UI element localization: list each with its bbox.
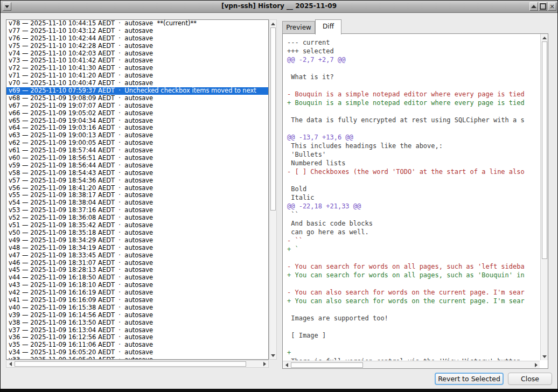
diff-line: - [ ] Checkboxes (the word 'TODO' at the… [287, 167, 540, 176]
version-list-item[interactable]: v73 — 2025-11-10 10:41:42 AEDT · autosav… [6, 57, 268, 65]
version-list-item[interactable]: v48 — 2025-11-09 18:34:19 AEDT · autosav… [6, 244, 268, 252]
diff-line: + ` [287, 245, 540, 254]
diff-line [287, 124, 540, 133]
scroll-right-arrow[interactable] [261, 361, 268, 367]
version-list-item[interactable]: v53 — 2025-11-09 18:37:16 AEDT · autosav… [6, 207, 268, 214]
version-list-item[interactable]: v76 — 2025-11-10 10:42:44 AEDT · autosav… [6, 35, 268, 43]
version-list[interactable]: v78 — 2025-11-10 10:44:15 AEDT · autosav… [6, 19, 269, 360]
version-list-item[interactable]: v36 — 2025-11-09 16:12:56 AEDT · autosav… [6, 334, 268, 341]
version-list-item[interactable]: v40 — 2025-11-09 16:15:38 AEDT · autosav… [6, 304, 268, 312]
version-list-item[interactable]: v43 — 2025-11-09 16:18:10 AEDT · autosav… [6, 282, 268, 289]
diff-line: This includes headings like the above,: [287, 142, 540, 150]
maximize-button[interactable] [539, 2, 547, 11]
scroll-thumb[interactable] [270, 27, 276, 211]
diff-line: [ Image ] [287, 331, 540, 340]
version-list-item[interactable]: v74 — 2025-11-10 10:42:03 AEDT · autosav… [6, 50, 268, 58]
shade-icon [531, 5, 536, 8]
version-list-item[interactable]: v33 — 2025-11-09 16:05:01 AEDT · autosav… [6, 356, 268, 360]
diff-line: + You can search for words on all pages,… [287, 271, 540, 279]
version-list-item[interactable]: v72 — 2025-11-10 10:41:30 AEDT · autosav… [6, 65, 268, 72]
scroll-thumb[interactable] [15, 361, 246, 367]
diff-line: Numbered lists [287, 159, 540, 167]
version-list-item[interactable]: v62 — 2025-11-09 19:00:05 AEDT · autosav… [6, 139, 268, 147]
version-list-item[interactable]: v58 — 2025-11-09 18:54:43 AEDT · autosav… [6, 170, 268, 177]
version-list-item[interactable]: v38 — 2025-11-09 16:13:50 AEDT · autosav… [6, 319, 268, 327]
version-list-hscrollbar[interactable] [6, 360, 269, 368]
version-list-item[interactable]: v54 — 2025-11-09 18:38:04 AEDT · autosav… [6, 199, 268, 207]
diff-line: Bold [287, 185, 540, 193]
diff-line: What is it? [287, 73, 540, 81]
version-list-item[interactable]: v77 — 2025-11-10 10:43:12 AEDT · autosav… [6, 27, 268, 35]
diff-line: + [287, 348, 540, 357]
revert-to-selected-button[interactable]: Revert to Selected [435, 373, 504, 385]
scroll-up-arrow[interactable] [270, 20, 276, 27]
version-list-item[interactable]: v46 — 2025-11-09 18:31:07 AEDT · autosav… [6, 260, 268, 267]
diff-line: - You can search for words on all pages,… [287, 262, 540, 271]
version-list-item[interactable]: v64 — 2025-11-09 19:03:16 AEDT · autosav… [6, 124, 268, 132]
close-window-button[interactable]: ✕ [548, 2, 556, 11]
diff-line [287, 81, 540, 90]
diff-vscrollbar[interactable] [540, 34, 548, 360]
version-list-item[interactable]: v39 — 2025-11-09 16:14:56 AEDT · autosav… [6, 312, 268, 319]
version-list-item[interactable]: v57 — 2025-11-09 18:54:36 AEDT · autosav… [6, 177, 268, 185]
shade-button[interactable] [529, 2, 538, 11]
version-list-item[interactable]: v42 — 2025-11-09 16:16:19 AEDT · autosav… [6, 289, 268, 297]
scroll-thumb[interactable] [542, 41, 547, 259]
maximize-icon [540, 3, 546, 10]
titlebar[interactable]: [vpn-ssh] History __ 2025-11-09 ✕ [1, 1, 557, 13]
scroll-up-arrow[interactable] [541, 34, 548, 41]
diff-text[interactable]: --- current+++ selected@@ -2,7 +2,7 @@ W… [283, 34, 540, 360]
version-list-item[interactable]: v52 — 2025-11-09 18:36:08 AEDT · autosav… [6, 214, 268, 222]
version-list-item[interactable]: v60 — 2025-11-09 18:56:51 AEDT · autosav… [6, 155, 268, 162]
scroll-left-arrow[interactable] [7, 361, 13, 367]
version-list-item[interactable]: v65 — 2025-11-09 19:04:34 AEDT · autosav… [6, 117, 268, 125]
version-list-item[interactable]: v66 — 2025-11-09 19:05:02 AEDT · autosav… [6, 110, 268, 117]
diff-panel: --- current+++ selected@@ -2,7 +2,7 @@ W… [282, 33, 548, 369]
version-list-item[interactable]: v45 — 2025-11-09 18:28:13 AEDT · autosav… [6, 267, 268, 274]
tab-preview[interactable]: Preview [282, 21, 315, 34]
diff-line: --- current [287, 38, 540, 47]
version-list-item[interactable]: v49 — 2025-11-09 18:34:29 AEDT · autosav… [6, 237, 268, 244]
version-list-item[interactable]: v47 — 2025-11-09 18:33:45 AEDT · autosav… [6, 252, 268, 260]
tab-diff[interactable]: Diff [315, 19, 341, 34]
version-list-item[interactable]: v55 — 2025-11-09 18:38:17 AEDT · autosav… [6, 192, 268, 199]
diff-hscrollbar[interactable] [283, 361, 540, 368]
diff-line: The data is fully encrypted at rest usin… [287, 116, 540, 124]
version-list-item[interactable]: v67 — 2025-11-09 19:07:07 AEDT · autosav… [6, 102, 268, 110]
version-list-item[interactable]: v37 — 2025-11-09 16:13:04 AEDT · autosav… [6, 327, 268, 334]
version-list-item[interactable]: v78 — 2025-11-10 10:44:15 AEDT · autosav… [6, 20, 268, 27]
diff-line: - Bouquin is a simple notepad editor whe… [287, 90, 540, 99]
version-list-item[interactable]: v56 — 2025-11-09 18:41:20 AEDT · autosav… [6, 185, 268, 192]
diff-line: @@ -22,18 +21,33 @@ [287, 202, 540, 211]
version-list-item[interactable]: v51 — 2025-11-09 18:35:42 AEDT · autosav… [6, 222, 268, 229]
scroll-right-arrow[interactable] [533, 362, 539, 368]
version-list-item[interactable]: v34 — 2025-11-09 16:05:20 AEDT · autosav… [6, 349, 268, 356]
version-list-item[interactable]: v35 — 2025-11-09 16:11:06 AEDT · autosav… [6, 341, 268, 349]
version-list-item[interactable]: v63 — 2025-11-09 19:00:13 AEDT · autosav… [6, 132, 268, 139]
diff-line: Italic [287, 193, 540, 202]
scroll-down-arrow[interactable] [541, 353, 548, 360]
diff-line [287, 176, 540, 185]
close-button[interactable]: Close [508, 373, 552, 385]
version-list-item[interactable]: v70 — 2025-11-10 10:40:47 AEDT · autosav… [6, 80, 268, 87]
version-list-item[interactable]: v68 — 2025-11-09 19:08:09 AEDT · autosav… [6, 95, 268, 102]
diff-line: And basic code blocks [287, 219, 540, 228]
close-icon: ✕ [549, 4, 554, 10]
scroll-thumb[interactable] [291, 362, 363, 368]
version-list-item[interactable]: v41 — 2025-11-09 16:16:09 AEDT · autosav… [6, 297, 268, 304]
diff-line [287, 254, 540, 262]
diff-line: + Bouquin is a simple notepad editor whe… [287, 99, 540, 107]
version-list-vscrollbar[interactable] [269, 19, 277, 360]
version-list-item[interactable]: v71 — 2025-11-10 10:41:20 AEDT · autosav… [6, 72, 268, 80]
version-list-item[interactable]: v75 — 2025-11-10 10:42:28 AEDT · autosav… [6, 43, 268, 50]
diff-line [287, 323, 540, 331]
version-list-item[interactable]: v69 — 2025-11-10 07:59:37 AEDT · Uncheck… [6, 87, 268, 95]
diff-line [287, 64, 540, 73]
version-list-item[interactable]: v61 — 2025-11-09 18:57:44 AEDT · autosav… [6, 147, 268, 155]
scroll-down-arrow[interactable] [270, 352, 276, 359]
version-list-item[interactable]: v59 — 2025-11-09 18:56:44 AEDT · autosav… [6, 162, 268, 170]
scroll-left-arrow[interactable] [283, 362, 290, 368]
version-list-item[interactable]: v50 — 2025-11-09 18:35:18 AEDT · autosav… [6, 229, 268, 237]
diff-line: - You can also search for words on the c… [287, 288, 540, 297]
version-list-item[interactable]: v44 — 2025-11-09 16:18:50 AEDT · autosav… [6, 274, 268, 282]
